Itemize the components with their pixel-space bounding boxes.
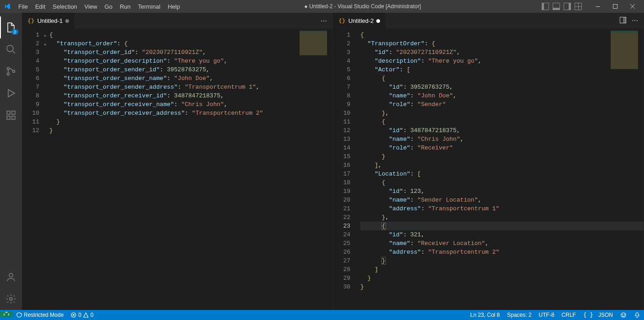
fold-icon[interactable]: ⌄ xyxy=(43,31,47,39)
svg-point-3 xyxy=(7,68,10,70)
tab-label: Untitled-2 xyxy=(348,17,374,24)
svg-rect-13 xyxy=(623,17,626,23)
toggle-panel-right-icon[interactable] xyxy=(564,3,571,10)
window-title: ● Untitled-2 - Visual Studio Code [Admin… xyxy=(184,3,542,10)
run-debug-icon[interactable] xyxy=(0,82,22,104)
customize-layout-icon[interactable] xyxy=(575,3,582,10)
svg-point-15 xyxy=(621,313,626,317)
tab-bar-right: {} Untitled-2 ⋯ xyxy=(333,13,644,29)
more-actions-icon[interactable]: ⋯ xyxy=(321,17,327,25)
vscode-logo xyxy=(4,3,11,10)
more-actions-icon[interactable]: ⋯ xyxy=(632,17,638,25)
search-icon[interactable] xyxy=(0,38,22,60)
tab-label: Untitled-1 xyxy=(37,17,63,24)
menu-help[interactable]: Help xyxy=(164,1,184,12)
toggle-panel-bottom-icon[interactable] xyxy=(553,3,560,10)
encoding[interactable]: UTF-8 xyxy=(535,312,558,318)
menu-bar: File Edit Selection View Go Run Terminal… xyxy=(15,1,184,12)
editor-group-left: {} Untitled-1 ⋯ 1⌄ 2⌄ 3 4 5 6 7 8 9 10 1… xyxy=(22,13,333,310)
accounts-icon[interactable] xyxy=(0,266,22,288)
feedback-icon[interactable] xyxy=(617,312,630,318)
tab-untitled-1[interactable]: {} Untitled-1 xyxy=(22,13,75,29)
notifications-icon[interactable] xyxy=(630,312,644,318)
editor-left[interactable]: 1⌄ 2⌄ 3 4 5 6 7 8 9 10 11 12 { "transpor… xyxy=(22,29,333,310)
tab-untitled-2[interactable]: {} Untitled-2 xyxy=(333,13,386,29)
source-control-icon[interactable] xyxy=(0,60,22,82)
minimize-button[interactable] xyxy=(589,0,607,13)
menu-go[interactable]: Go xyxy=(101,1,116,12)
code-right[interactable]: { "TransportOrder": { "id": "20230727110… xyxy=(359,29,644,310)
svg-point-11 xyxy=(10,298,12,300)
fold-icon[interactable]: ⌄ xyxy=(43,39,47,48)
window-controls xyxy=(589,0,641,13)
close-button[interactable] xyxy=(624,0,641,13)
maximize-button[interactable] xyxy=(607,0,624,13)
dirty-indicator xyxy=(376,19,380,23)
problems[interactable]: 0 0 xyxy=(67,312,97,318)
layout-toggles xyxy=(542,3,582,10)
toggle-panel-left-icon[interactable] xyxy=(542,3,549,10)
remote-indicator[interactable] xyxy=(0,312,13,317)
extensions-icon[interactable] xyxy=(0,104,22,126)
svg-rect-9 xyxy=(12,111,15,114)
gutter-left: 1⌄ 2⌄ 3 4 5 6 7 8 9 10 11 12 xyxy=(22,29,48,310)
status-bar: Restricted Mode 0 0 Ln 23, Col 8 Spaces:… xyxy=(0,310,644,320)
editor-group-right: {} Untitled-2 ⋯ 1 2 3 4 5 6 7 8 9 10 11 … xyxy=(333,13,644,310)
explorer-icon[interactable]: 2 xyxy=(0,16,22,38)
title-bar: File Edit Selection View Go Run Terminal… xyxy=(0,0,644,13)
svg-rect-8 xyxy=(12,116,15,119)
restricted-mode[interactable]: Restricted Mode xyxy=(13,312,67,318)
language-mode[interactable]: { } JSON xyxy=(580,312,617,318)
svg-point-10 xyxy=(9,273,13,277)
code-left[interactable]: { "transport_order": { "transport_order_… xyxy=(48,29,333,310)
svg-rect-1 xyxy=(613,5,618,9)
svg-rect-0 xyxy=(596,6,600,7)
svg-point-2 xyxy=(7,45,13,52)
svg-rect-7 xyxy=(7,116,10,119)
split-editor-icon[interactable] xyxy=(620,17,626,25)
svg-point-17 xyxy=(624,315,625,315)
indentation[interactable]: Spaces: 2 xyxy=(503,312,535,318)
settings-icon[interactable] xyxy=(0,288,22,310)
menu-run[interactable]: Run xyxy=(116,1,134,12)
json-file-icon: {} xyxy=(27,17,35,24)
menu-file[interactable]: File xyxy=(15,1,32,12)
svg-point-5 xyxy=(13,70,15,73)
activity-bar: 2 xyxy=(0,13,22,310)
dirty-indicator xyxy=(65,19,69,23)
tab-bar-left: {} Untitled-1 ⋯ xyxy=(22,13,333,29)
svg-rect-6 xyxy=(7,111,10,114)
json-file-icon: {} xyxy=(338,17,346,24)
editor-groups: {} Untitled-1 ⋯ 1⌄ 2⌄ 3 4 5 6 7 8 9 10 1… xyxy=(22,13,644,310)
cursor-position[interactable]: Ln 23, Col 8 xyxy=(467,312,504,318)
explorer-badge: 2 xyxy=(11,29,18,35)
svg-point-16 xyxy=(623,315,623,315)
eol[interactable]: CRLF xyxy=(558,312,580,318)
menu-selection[interactable]: Selection xyxy=(49,1,80,12)
menu-terminal[interactable]: Terminal xyxy=(134,1,164,12)
editor-right[interactable]: 1 2 3 4 5 6 7 8 9 10 11 12 13 14 15 16 1… xyxy=(333,29,644,310)
menu-view[interactable]: View xyxy=(81,1,101,12)
svg-point-4 xyxy=(7,73,10,75)
menu-edit[interactable]: Edit xyxy=(32,1,49,12)
gutter-right: 1 2 3 4 5 6 7 8 9 10 11 12 13 14 15 16 1… xyxy=(333,29,359,310)
